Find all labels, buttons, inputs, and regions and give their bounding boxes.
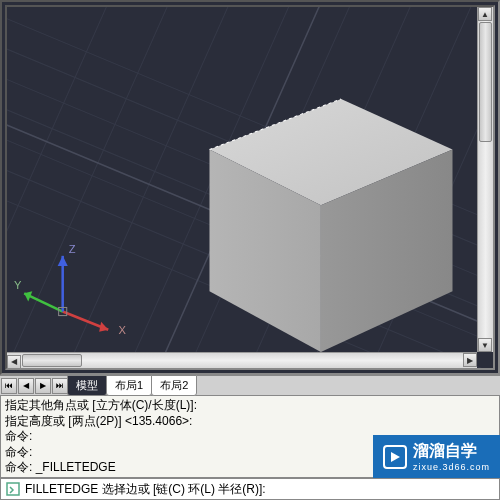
viewport-frame: X Y Z ▲ ▼ ◀ ▶ [5,5,495,370]
scroll-thumb-h[interactable] [22,354,82,367]
tab-layout1[interactable]: 布局1 [106,375,152,396]
scroll-up-button[interactable]: ▲ [478,7,492,21]
command-input-line[interactable]: FILLETEDGE 选择边或 [链(C) 环(L) 半径(R)]: [0,478,500,500]
command-history-line: 指定高度或 [两点(2P)] <135.4066>: [5,414,495,430]
svg-text:Z: Z [69,243,76,255]
layout-tabs-bar: ⏮ ◀ ▶ ⏭ 模型 布局1 布局2 [0,375,500,395]
tab-layout2[interactable]: 布局2 [151,375,197,396]
watermark-title: 溜溜自学 [413,442,477,459]
scroll-thumb-v[interactable] [479,22,492,142]
command-prompt-text: FILLETEDGE 选择边或 [链(C) 环(L) 半径(R)]: [25,481,266,498]
svg-text:X: X [118,324,126,336]
watermark-url: zixue.3d66.com [413,462,490,472]
tab-next-button[interactable]: ▶ [35,378,51,394]
svg-line-7 [7,7,189,368]
scroll-left-button[interactable]: ◀ [7,355,21,369]
scroll-down-button[interactable]: ▼ [478,338,492,352]
tab-prev-button[interactable]: ◀ [18,378,34,394]
scrollbar-vertical[interactable]: ▲ ▼ [477,7,493,352]
tab-last-button[interactable]: ⏭ [52,378,68,394]
svg-text:Y: Y [14,279,22,291]
svg-marker-27 [58,256,68,266]
play-icon [383,445,407,469]
viewport-container: X Y Z ▲ ▼ ◀ ▶ [0,0,500,375]
3d-viewport[interactable]: X Y Z [7,7,493,368]
command-history-line: 指定其他角点或 [立方体(C)/长度(L)]: [5,398,495,414]
ucs-axis: X Y Z [14,243,126,336]
tab-first-button[interactable]: ⏮ [1,378,17,394]
tab-model[interactable]: 模型 [67,375,107,396]
svg-marker-31 [391,452,400,462]
scrollbar-horizontal[interactable]: ◀ ▶ [7,352,477,368]
scroll-right-button[interactable]: ▶ [463,353,477,367]
viewport-svg: X Y Z [7,7,493,368]
cube-object[interactable] [210,99,453,352]
watermark-badge: 溜溜自学 zixue.3d66.com [373,435,500,478]
command-icon [5,481,21,497]
